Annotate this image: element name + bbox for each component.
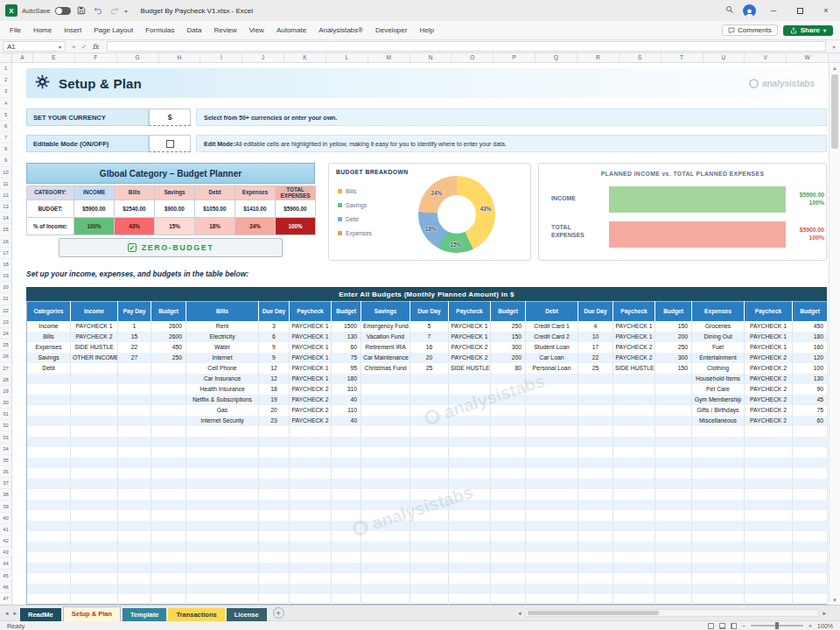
budget-cell[interactable]: 12: [259, 374, 290, 384]
budget-cell[interactable]: [793, 510, 828, 521]
budget-cell[interactable]: Student Loan: [526, 342, 578, 353]
sheet-tab-readme[interactable]: ReadMe: [20, 608, 61, 621]
budget-header-debt-12[interactable]: Debt: [526, 302, 578, 321]
column-header-H[interactable]: H: [159, 53, 201, 62]
budget-cell[interactable]: 250: [491, 321, 526, 332]
zero-budget-button[interactable]: ✓ ZERO-BUDGET: [59, 238, 283, 257]
row-header-2[interactable]: 2: [0, 74, 11, 86]
budget-header-paycheck-10[interactable]: Paycheck: [449, 302, 491, 321]
budget-cell[interactable]: [578, 584, 613, 594]
budget-cell[interactable]: 3: [259, 321, 290, 332]
budget-cell[interactable]: [332, 594, 361, 605]
column-header-L[interactable]: L: [326, 53, 368, 62]
budget-cell[interactable]: [745, 594, 793, 605]
budget-cell[interactable]: [793, 573, 828, 584]
budget-cell[interactable]: [186, 447, 259, 458]
zoom-slider[interactable]: [751, 625, 803, 626]
budget-cell[interactable]: [259, 594, 290, 605]
budget-cell[interactable]: [259, 584, 290, 594]
budget-cell[interactable]: [410, 584, 449, 594]
budget-cell[interactable]: [290, 510, 332, 521]
budget-cell[interactable]: [745, 447, 793, 458]
budget-cell[interactable]: [361, 584, 410, 594]
column-header-O[interactable]: O: [452, 53, 494, 62]
budget-cell[interactable]: [692, 552, 745, 563]
budget-cell[interactable]: [332, 437, 361, 447]
budget-cell[interactable]: SIDE HUSTLE: [449, 363, 491, 374]
budget-cell[interactable]: [491, 594, 526, 605]
budget-cell[interactable]: Dining Out: [692, 332, 745, 342]
budget-cell[interactable]: [745, 489, 793, 500]
budget-cell[interactable]: [332, 458, 361, 468]
budget-cell[interactable]: [151, 594, 186, 605]
budget-cell[interactable]: [71, 573, 118, 584]
row-header-33[interactable]: 33: [0, 431, 11, 443]
budget-cell[interactable]: [526, 584, 578, 594]
budget-cell[interactable]: [27, 563, 71, 573]
budget-cell[interactable]: [491, 563, 526, 573]
planner-percent-value[interactable]: 15%: [155, 218, 195, 235]
budget-cell[interactable]: [449, 500, 491, 510]
budget-cell[interactable]: Fuel: [692, 342, 745, 353]
row-header-39[interactable]: 39: [0, 500, 11, 512]
budget-cell[interactable]: 310: [332, 384, 361, 395]
budget-cell[interactable]: [361, 489, 410, 500]
budget-cell[interactable]: [613, 405, 655, 416]
income-vs-expenses-chart[interactable]: PLANNED INCOME vs. TOTAL PLANNED EXPENSE…: [538, 163, 827, 261]
sheet-tab-license[interactable]: License: [227, 608, 267, 621]
row-header-26[interactable]: 26: [0, 351, 11, 362]
budget-cell[interactable]: [793, 468, 828, 479]
planner-percent-value[interactable]: 100%: [74, 218, 115, 235]
row-header-1[interactable]: 1: [0, 63, 11, 74]
budget-cell[interactable]: [118, 594, 151, 605]
budget-cell[interactable]: [361, 552, 410, 563]
budget-cell[interactable]: Gifts / Birthdays: [692, 405, 745, 416]
new-sheet-button[interactable]: +: [273, 607, 284, 619]
row-header-19[interactable]: 19: [0, 270, 11, 282]
row-header-5[interactable]: 5: [0, 109, 11, 121]
planner-budget-value[interactable]: $5900.00: [74, 200, 115, 218]
budget-cell[interactable]: [655, 531, 692, 542]
budget-cell[interactable]: 80: [491, 363, 526, 374]
budget-cell[interactable]: [578, 552, 613, 563]
budget-cell[interactable]: [526, 437, 578, 447]
budget-cell[interactable]: [491, 458, 526, 468]
budget-cell[interactable]: 300: [655, 353, 692, 363]
budget-cell[interactable]: Groceries: [692, 321, 745, 332]
budget-cell[interactable]: PAYCHECK 2: [745, 374, 793, 384]
budget-cell[interactable]: 300: [491, 342, 526, 353]
budget-cell[interactable]: [449, 437, 491, 447]
budget-cell[interactable]: [655, 552, 692, 563]
budget-cell[interactable]: 160: [793, 342, 828, 353]
ribbon-tab-insert[interactable]: Insert: [58, 21, 88, 39]
planner-budget-value[interactable]: $5900.00: [276, 200, 316, 218]
zoom-level[interactable]: 100%: [817, 623, 833, 629]
budget-breakdown-chart[interactable]: BUDGET BREAKDOWN BillsSavingsDebtExpense…: [328, 163, 531, 261]
budget-cell[interactable]: [259, 447, 290, 458]
budget-cell[interactable]: [186, 510, 259, 521]
budget-cell[interactable]: [27, 531, 71, 542]
row-header-43[interactable]: 43: [0, 547, 11, 558]
budget-cell[interactable]: [290, 437, 332, 447]
budget-cell[interactable]: [692, 500, 745, 510]
row-header-46[interactable]: 46: [0, 582, 11, 593]
budget-cell[interactable]: [526, 510, 578, 521]
row-header-7[interactable]: 7: [0, 132, 11, 144]
edit-mode-cell[interactable]: [149, 135, 191, 152]
budget-cell[interactable]: [526, 458, 578, 468]
row-header-9[interactable]: 9: [0, 155, 11, 166]
budget-cell[interactable]: Electricity: [186, 332, 259, 342]
budget-cell[interactable]: [613, 447, 655, 458]
budget-cell[interactable]: 95: [332, 363, 361, 374]
row-header-37[interactable]: 37: [0, 478, 11, 489]
budget-cell[interactable]: [613, 594, 655, 605]
hscroll-left-icon[interactable]: ◂: [516, 610, 523, 617]
cancel-entry-icon[interactable]: ×: [72, 43, 76, 51]
budget-cell[interactable]: [655, 563, 692, 573]
budget-cell[interactable]: 250: [655, 342, 692, 353]
column-header-Q[interactable]: Q: [536, 53, 578, 62]
budget-cell[interactable]: 250: [151, 353, 186, 363]
formula-input[interactable]: [107, 41, 826, 52]
row-header-20[interactable]: 20: [0, 282, 11, 293]
budget-cell[interactable]: [118, 563, 151, 573]
